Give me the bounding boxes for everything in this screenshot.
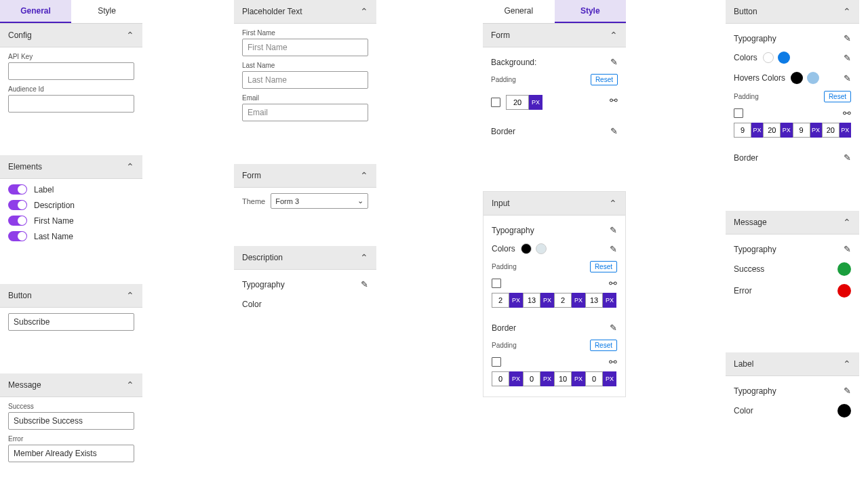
chevron-up-icon[interactable]: ⌃ (360, 6, 368, 17)
pencil-icon[interactable]: ✎ (361, 279, 368, 289)
chevron-up-icon[interactable]: ⌃ (609, 198, 617, 209)
unlink-icon[interactable]: ⚯ (609, 357, 617, 367)
padding-value[interactable] (763, 123, 781, 138)
padding-value[interactable] (492, 371, 509, 386)
color-swatch[interactable] (355, 298, 368, 311)
chevron-up-icon[interactable]: ⌃ (126, 30, 134, 41)
section-elements[interactable]: Elements ⌃ (0, 155, 142, 179)
pencil-icon[interactable]: ✎ (610, 225, 617, 235)
chevron-up-icon[interactable]: ⌃ (843, 217, 851, 228)
padding-value[interactable] (523, 371, 540, 386)
color-swatch[interactable] (778, 52, 790, 64)
audience-input[interactable] (8, 95, 134, 113)
pencil-icon[interactable]: ✎ (610, 126, 618, 136)
chevron-up-icon[interactable]: ⌃ (126, 290, 134, 301)
pencil-icon[interactable]: ✎ (844, 53, 851, 63)
unit-px[interactable]: PX (781, 123, 792, 138)
unit-px[interactable]: PX (810, 123, 822, 138)
tab-style[interactable]: Style (71, 0, 142, 23)
unit-px[interactable]: PX (572, 371, 585, 386)
padding-value[interactable] (585, 293, 603, 308)
tab-general[interactable]: General (483, 0, 555, 23)
chevron-up-icon[interactable]: ⌃ (843, 359, 851, 369)
chevron-up-icon[interactable]: ⌃ (843, 6, 851, 17)
reset-button[interactable]: Reset (590, 340, 617, 351)
api-key-input[interactable] (8, 62, 134, 80)
unit-px[interactable]: PX (509, 293, 523, 308)
success-input[interactable] (8, 412, 134, 430)
placeholder-input[interactable] (242, 71, 368, 89)
error-input[interactable] (8, 445, 134, 462)
section-placeholder[interactable]: Placeholder Text ⌃ (234, 0, 376, 24)
pencil-icon[interactable]: ✎ (844, 73, 851, 83)
chevron-up-icon[interactable]: ⌃ (126, 380, 134, 390)
section-message[interactable]: Message ⌃ (0, 373, 142, 397)
toggle[interactable] (8, 216, 27, 226)
color-swatch[interactable] (521, 243, 532, 254)
tab-general[interactable]: General (0, 0, 71, 23)
chevron-up-icon[interactable]: ⌃ (126, 161, 134, 172)
box-icon[interactable] (734, 108, 743, 118)
unit-px[interactable]: PX (603, 293, 616, 308)
button-text-input[interactable] (8, 313, 134, 331)
toggle[interactable] (8, 184, 27, 195)
pencil-icon[interactable]: ✎ (844, 386, 851, 396)
padding-value[interactable] (506, 95, 529, 110)
chevron-up-icon[interactable]: ⌃ (360, 252, 368, 263)
padding-value[interactable] (822, 123, 840, 138)
color-swatch[interactable] (837, 404, 851, 418)
box-icon[interactable] (492, 279, 501, 288)
unit-px[interactable]: PX (529, 95, 542, 110)
padding-value[interactable] (554, 371, 572, 386)
section-config[interactable]: Config ⌃ (0, 24, 142, 47)
color-swatch[interactable] (791, 72, 803, 84)
section-form[interactable]: Form ⌃ (234, 164, 376, 188)
padding-value[interactable] (492, 293, 509, 308)
padding-value[interactable] (734, 123, 751, 138)
padding-value[interactable] (585, 371, 603, 386)
toggle[interactable] (8, 200, 27, 210)
section-style-label[interactable]: Label ⌃ (726, 352, 859, 376)
color-swatch[interactable] (807, 72, 819, 84)
color-swatch[interactable] (763, 52, 774, 63)
unlink-icon[interactable]: ⚯ (843, 108, 851, 119)
unit-px[interactable]: PX (603, 371, 616, 386)
reset-button[interactable]: Reset (591, 74, 618, 85)
pencil-icon[interactable]: ✎ (610, 244, 617, 254)
padding-value[interactable] (793, 123, 810, 138)
pencil-icon[interactable]: ✎ (844, 152, 851, 163)
color-swatch[interactable] (536, 243, 547, 254)
chevron-up-icon[interactable]: ⌃ (360, 170, 368, 181)
unlink-icon[interactable]: ⚯ (609, 278, 617, 289)
section-style-button[interactable]: Button ⌃ (726, 0, 859, 24)
padding-value[interactable] (523, 293, 540, 308)
link-icon[interactable]: ⚯ (610, 95, 618, 106)
unit-px[interactable]: PX (751, 123, 763, 138)
color-swatch[interactable] (837, 284, 851, 298)
box-icon[interactable] (491, 98, 500, 107)
placeholder-input[interactable] (242, 104, 368, 121)
chevron-up-icon[interactable]: ⌃ (610, 30, 618, 41)
unit-px[interactable]: PX (540, 371, 554, 386)
unit-px[interactable]: PX (540, 293, 554, 308)
toggle[interactable] (8, 231, 27, 241)
reset-button[interactable]: Reset (590, 261, 617, 272)
unit-px[interactable]: PX (572, 293, 585, 308)
section-description[interactable]: Description ⌃ (234, 246, 376, 270)
pencil-icon[interactable]: ✎ (844, 33, 851, 43)
reset-button[interactable]: Reset (824, 91, 851, 102)
unit-px[interactable]: PX (509, 371, 523, 386)
box-icon[interactable] (492, 357, 501, 367)
section-style-input[interactable]: Input ⌃ (484, 192, 625, 216)
color-swatch[interactable] (837, 262, 851, 276)
section-button[interactable]: Button ⌃ (0, 284, 142, 308)
tab-style[interactable]: Style (555, 0, 627, 23)
pencil-icon[interactable]: ✎ (610, 57, 618, 67)
pencil-icon[interactable]: ✎ (610, 323, 617, 333)
theme-select[interactable]: Form 3 ⌄ (271, 193, 368, 209)
section-style-form[interactable]: Form ⌃ (483, 24, 626, 47)
section-style-message[interactable]: Message ⌃ (726, 211, 859, 235)
pencil-icon[interactable]: ✎ (844, 244, 851, 254)
placeholder-input[interactable] (242, 39, 368, 56)
unit-px[interactable]: PX (840, 123, 851, 138)
